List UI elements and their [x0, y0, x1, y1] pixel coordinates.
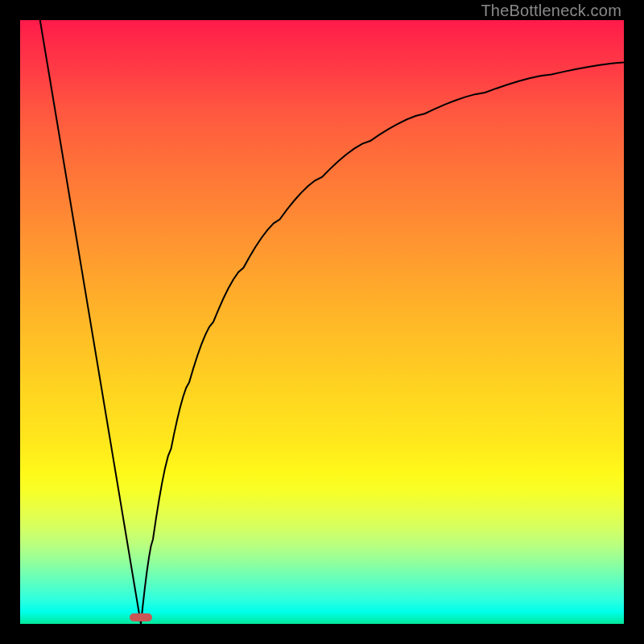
bottleneck-marker [130, 613, 152, 621]
bottleneck-curve [20, 20, 624, 624]
curve-left-branch [40, 20, 141, 624]
watermark-text: TheBottleneck.com [481, 2, 621, 20]
plot-area [20, 20, 624, 624]
curve-right-branch [141, 63, 624, 625]
